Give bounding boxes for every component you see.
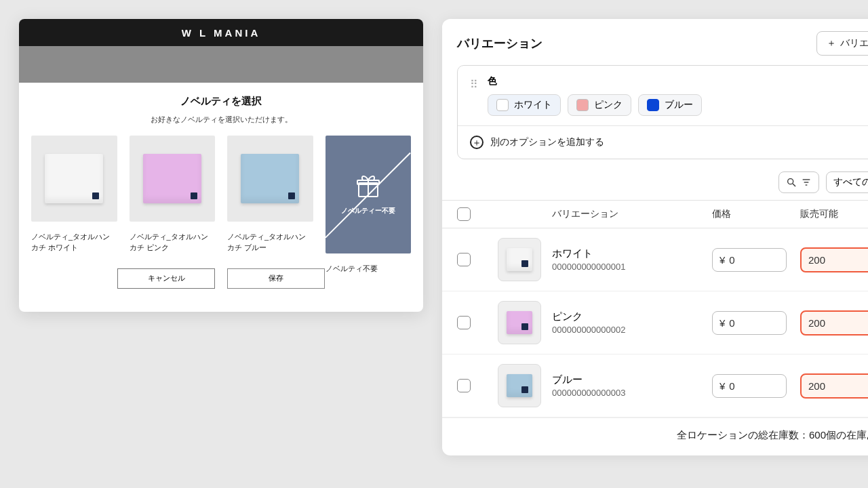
novelty-label: ノベルティ_タオルハンカチ ホワイト	[31, 222, 117, 253]
row-checkbox[interactable]	[457, 379, 471, 392]
svg-line-4	[793, 184, 795, 186]
novelty-options: ノベルティ_タオルハンカチ ホワイト ノベルティ_タオルハンカチ ピンク ノベル…	[19, 136, 423, 253]
store-brand-bar: W L MANIA	[19, 19, 423, 46]
price-value: 0	[729, 317, 734, 329]
no-gift-tile: ノベルティー不要	[326, 136, 412, 253]
swatch-icon	[496, 99, 509, 111]
variant-name: ホワイト	[552, 247, 712, 260]
option-value-chip[interactable]: ピンク	[568, 94, 631, 116]
location-filter-label: すべてのロ	[833, 176, 868, 188]
col-variation: バリエーション	[552, 208, 712, 220]
add-option-button[interactable]: ＋ 別のオプションを追加する	[458, 125, 868, 159]
novelty-option[interactable]: ノベルティ_タオルハンカチ ホワイト	[31, 136, 117, 253]
currency-symbol: ¥	[719, 380, 725, 392]
plus-icon: ＋	[827, 37, 836, 49]
list-toolbar: すべてのロ	[442, 169, 868, 200]
variant-thumb[interactable]	[498, 301, 541, 344]
price-value: 0	[729, 380, 734, 392]
variant-sku: 000000000000003	[552, 388, 712, 398]
table-header: バリエーション 価格 販売可能	[442, 200, 868, 228]
currency-symbol: ¥	[719, 254, 725, 266]
chip-label: ホワイト	[514, 99, 552, 111]
table-row: ブルー 000000000000003 ¥ 0 200	[442, 354, 868, 418]
price-input[interactable]: ¥ 0	[712, 248, 787, 272]
novelty-thumb	[31, 136, 117, 222]
variant-thumb[interactable]	[498, 238, 541, 281]
col-available: 販売可能	[800, 208, 868, 220]
novelty-thumb	[130, 136, 216, 222]
towel-icon-pink	[143, 154, 201, 203]
table-row: ホワイト 000000000000001 ¥ 0 200	[442, 228, 868, 291]
storefront-modal: W L MANIA ノベルティを選択 お好きなノベルティを選択いただけます。 ノ…	[19, 19, 423, 312]
option-name: 色	[488, 75, 868, 87]
chip-label: ピンク	[594, 99, 623, 111]
novelty-option[interactable]: ノベルティ_タオルハンカチ ピンク	[130, 136, 216, 253]
table-row: ピンク 000000000000002 ¥ 0 200	[442, 291, 868, 354]
price-input[interactable]: ¥ 0	[712, 311, 787, 335]
svg-point-3	[788, 179, 793, 184]
option-values: ホワイト ピンク ブルー	[488, 94, 868, 116]
add-option-label: 別のオプションを追加する	[490, 136, 604, 148]
variant-sku: 000000000000001	[552, 262, 712, 272]
option-group: ⠿ 色 ホワイト ピンク ブルー	[457, 65, 868, 159]
modal-subtitle: お好きなノベルティを選択いただけます。	[19, 115, 423, 136]
novelty-option[interactable]: ノベルティ_タオルハンカチ ブルー	[227, 136, 313, 253]
currency-symbol: ¥	[719, 317, 725, 329]
search-icon	[786, 177, 797, 188]
plus-circle-icon: ＋	[470, 136, 484, 149]
variation-rows: ホワイト 000000000000001 ¥ 0 200 ピンク 0000000…	[442, 228, 868, 418]
swatch-icon	[576, 99, 589, 111]
stock-input[interactable]: 200	[800, 310, 868, 336]
search-filter-button[interactable]	[778, 171, 819, 193]
novelty-label: ノベルティ_タオルハンカチ ピンク	[130, 222, 216, 253]
variant-name: ブルー	[552, 373, 712, 386]
stock-input[interactable]: 200	[800, 247, 868, 272]
towel-icon-white	[507, 248, 532, 270]
swatch-icon	[647, 99, 659, 111]
option-value-chip[interactable]: ホワイト	[488, 94, 561, 116]
option-value-chip[interactable]: ブルー	[638, 94, 702, 116]
price-input[interactable]: ¥ 0	[712, 374, 787, 398]
novelty-option-none[interactable]: ノベルティー不要 ノベルティ不要	[326, 136, 412, 253]
no-gift-label: ノベルティー不要	[341, 206, 395, 216]
cancel-button[interactable]: キャンセル	[117, 268, 215, 289]
filter-icon	[801, 177, 812, 188]
inventory-total: 全ロケーションの総在庫数：600個の在庫あり	[442, 418, 868, 455]
variant-name: ピンク	[552, 310, 712, 323]
gift-icon	[355, 174, 382, 199]
add-variation-button[interactable]: ＋ バリエー	[816, 31, 868, 56]
row-checkbox[interactable]	[457, 253, 471, 266]
row-checkbox[interactable]	[457, 316, 471, 329]
price-value: 0	[729, 254, 734, 266]
variations-panel: バリエーション ＋ バリエー ⠿ 色 ホワイト ピンク	[442, 19, 868, 455]
towel-icon-blue	[241, 154, 299, 203]
stock-input[interactable]: 200	[800, 373, 868, 399]
location-filter-button[interactable]: すべてのロ	[826, 171, 868, 193]
save-button[interactable]: 保存	[227, 268, 325, 289]
col-price: 価格	[712, 208, 800, 220]
towel-icon-pink	[507, 311, 532, 333]
novelty-label: ノベルティ不要	[326, 253, 412, 274]
drag-handle-icon[interactable]: ⠿	[470, 75, 478, 91]
variations-header: バリエーション ＋ バリエー	[442, 19, 868, 65]
chip-label: ブルー	[665, 99, 693, 111]
towel-icon-white	[45, 154, 103, 203]
novelty-thumb	[227, 136, 313, 222]
add-variation-label: バリエー	[840, 37, 868, 49]
select-all-checkbox[interactable]	[457, 207, 471, 221]
modal-title: ノベルティを選択	[19, 83, 423, 115]
store-subnav	[19, 46, 423, 83]
novelty-label: ノベルティ_タオルハンカチ ブルー	[227, 222, 313, 253]
store-brand: W L MANIA	[182, 27, 261, 39]
variant-thumb[interactable]	[498, 364, 541, 407]
towel-icon-blue	[507, 374, 532, 396]
variant-sku: 000000000000002	[552, 325, 712, 335]
variations-heading: バリエーション	[457, 35, 542, 52]
